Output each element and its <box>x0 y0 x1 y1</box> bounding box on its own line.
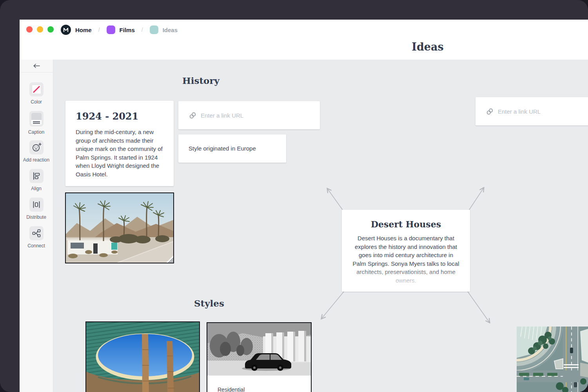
link-url-card[interactable] <box>178 101 320 129</box>
styles-section-heading[interactable]: Styles <box>194 298 224 309</box>
aerial-intersection-photo[interactable] <box>517 327 588 392</box>
residential-image <box>207 323 311 376</box>
toolbar-sidebar: Color Caption <box>20 60 53 392</box>
minimize-window-button[interactable] <box>37 26 43 33</box>
add-reaction-tool[interactable]: Add reaction <box>20 140 53 163</box>
breadcrumb-separator: / <box>142 27 143 33</box>
tool-label: Align <box>31 186 42 191</box>
tool-label: Color <box>31 99 42 105</box>
link-url-input[interactable] <box>498 108 583 115</box>
hotel-entrance-image: 3200 <box>86 322 199 392</box>
link-url-card[interactable] <box>475 97 588 125</box>
align-icon <box>32 171 41 181</box>
timeline-note-title: 1924 - 2021 <box>76 111 163 122</box>
connect-tool[interactable]: Connect <box>20 226 53 249</box>
distribute-tool[interactable]: Distribute <box>20 198 53 220</box>
add-reaction-icon <box>31 142 42 153</box>
link-icon <box>486 108 494 115</box>
align-tool[interactable]: Align <box>20 169 53 191</box>
distribute-icon <box>32 200 41 209</box>
breadcrumb-films[interactable]: Films <box>107 25 135 34</box>
board-title[interactable]: Ideas <box>408 41 447 53</box>
titlebar: Home / Films / Ideas Ideas <box>20 20 588 60</box>
breadcrumb-films-label: Films <box>120 27 135 33</box>
arrow-left-icon <box>33 63 40 69</box>
europe-note-text: Style originated in Europe <box>189 144 256 153</box>
board-canvas[interactable]: History Styles 1924 - 2021 During the mi… <box>53 60 588 392</box>
timeline-note-body: During the mid-century, a new group of a… <box>76 128 163 178</box>
link-icon <box>189 112 196 119</box>
tool-label: Add reaction <box>23 157 49 163</box>
timeline-note-card[interactable]: 1924 - 2021 During the mid-century, a ne… <box>65 101 174 186</box>
europe-note-card[interactable]: Style originated in Europe <box>178 134 286 163</box>
breadcrumb-home-label: Home <box>75 27 92 33</box>
desert-houses-title: Desert Houses <box>342 219 470 229</box>
color-swatch-icon <box>32 85 41 94</box>
zoom-window-button[interactable] <box>47 26 54 33</box>
color-tool[interactable]: Color <box>20 82 53 105</box>
caption-tool[interactable]: Caption <box>20 111 53 135</box>
tool-label: Caption <box>28 129 44 135</box>
tool-label: Connect <box>27 243 45 249</box>
palm-springs-street-image <box>66 193 173 263</box>
history-section-heading[interactable]: History <box>182 75 220 86</box>
close-window-button[interactable] <box>26 26 33 33</box>
image-caption: Residential <box>207 377 311 392</box>
hotel-entrance-photo[interactable]: 3200 <box>85 321 200 392</box>
breadcrumb-ideas[interactable]: Ideas <box>150 25 178 34</box>
window-controls <box>26 26 54 33</box>
link-url-input[interactable] <box>201 112 291 119</box>
collapse-sidebar-button[interactable] <box>20 60 53 73</box>
tool-label: Distribute <box>26 214 46 220</box>
desert-houses-body: Desert Houses is a documentary that expl… <box>351 234 461 285</box>
palm-springs-street-photo[interactable] <box>65 192 174 263</box>
residential-photo-card[interactable]: Residential <box>207 322 312 392</box>
ideas-board-chip-icon <box>150 25 158 34</box>
breadcrumb-ideas-label: Ideas <box>163 27 178 33</box>
aerial-intersection-image <box>517 327 588 392</box>
desert-houses-note-card[interactable]: Desert Houses Desert Houses is a documen… <box>342 210 470 292</box>
breadcrumb-separator: / <box>98 27 100 33</box>
breadcrumb: Home / Films / Ideas <box>61 24 178 35</box>
app-window: Home / Films / Ideas Ideas <box>20 20 588 392</box>
films-board-chip-icon <box>107 25 115 34</box>
connect-icon <box>32 229 41 238</box>
image-resize-handle[interactable] <box>166 256 173 263</box>
breadcrumb-home[interactable]: Home <box>61 25 92 35</box>
app-frame: Home / Films / Ideas Ideas <box>0 0 588 392</box>
milanote-logo-icon <box>61 25 71 35</box>
caption-icon <box>31 113 42 125</box>
